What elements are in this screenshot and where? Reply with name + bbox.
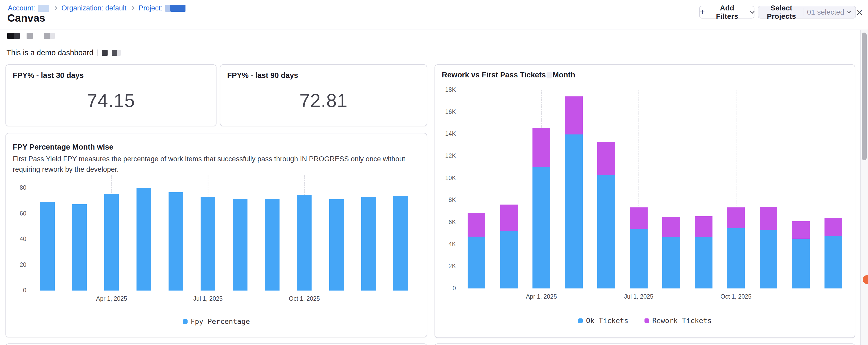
dashboard-note-row: This is a demo dashboard [6, 49, 121, 57]
rework-vs-first-pass-panel: Rework vs First Pass Tickets - Month 02K… [435, 64, 855, 338]
y-axis-tick-label: 0 [8, 287, 26, 294]
breadcrumb-project-link[interactable]: Project: [138, 4, 185, 12]
y-axis-tick-label: 0 [438, 285, 456, 292]
bar-rework-tickets-apr-2025[interactable] [532, 128, 550, 167]
bar-rework-tickets-nov-2025[interactable] [760, 207, 777, 230]
bar-fpy-percentage-nov-2025[interactable] [329, 199, 344, 290]
breadcrumb-project-label: Project: [138, 4, 162, 12]
redacted-block [117, 50, 121, 56]
kpi-title: FPY% - last 90 days [227, 71, 298, 80]
chevron-down-icon [750, 9, 755, 13]
x-axis-tick-label: Apr 1, 2025 [78, 295, 145, 302]
chart-legend: Fpy Percentage [6, 317, 427, 325]
bar-rework-tickets-sep-2025[interactable] [695, 216, 712, 237]
bar-fpy-percentage-mar-2025[interactable] [72, 204, 87, 290]
bar-fpy-percentage-aug-2025[interactable] [233, 199, 247, 290]
vertical-scrollbar-track[interactable] [860, 30, 868, 345]
rework-stacked-bar-chart: 02K4K6K8K10K12K14K16K18KApr 1, 2025Jul 1… [435, 65, 855, 338]
legend-item-ok-tickets[interactable]: Ok Tickets [578, 317, 628, 325]
legend-label: Fpy Percentage [191, 317, 250, 325]
fpy-bar-chart: 020406080Apr 1, 2025Jul 1, 2025Oct 1, 20… [6, 133, 427, 337]
add-filters-button[interactable]: + Add Filters [699, 6, 754, 19]
bar-rework-tickets-dec-2025[interactable] [792, 221, 810, 239]
bar-ok-tickets-may-2025[interactable] [565, 134, 583, 288]
selected-count: 01 selected [807, 8, 844, 17]
bar-ok-tickets-feb-2025[interactable] [468, 237, 485, 288]
next-row-card-stub [5, 343, 427, 345]
y-axis-tick-label: 4K [438, 241, 456, 248]
bar-fpy-percentage-jan-2026[interactable] [393, 196, 408, 290]
kpi-value: 74.15 [6, 90, 216, 111]
bar-ok-tickets-sep-2025[interactable] [695, 237, 712, 288]
bar-fpy-percentage-may-2025[interactable] [136, 188, 151, 290]
bar-rework-tickets-oct-2025[interactable] [727, 208, 745, 228]
redacted-project-name [165, 5, 170, 12]
close-icon[interactable]: ✕ [856, 8, 863, 18]
y-axis-tick-label: 12K [438, 152, 456, 159]
kpi-card-fpy-30-days: FPY% - last 30 days 74.15 [5, 64, 216, 126]
y-axis-tick-label: 20 [8, 261, 26, 269]
legend-label: Rework Tickets [652, 317, 712, 325]
add-filters-label: Add Filters [709, 4, 746, 21]
bar-rework-tickets-feb-2025[interactable] [468, 213, 485, 237]
select-projects-dropdown[interactable]: Select Projects 01 selected [758, 6, 856, 19]
redacted-block [102, 50, 107, 56]
demo-note-text: This is a demo dashboard [6, 49, 94, 57]
y-axis-tick-label: 60 [8, 210, 26, 217]
y-axis-tick-label: 6K [438, 219, 456, 226]
kpi-card-fpy-90-days: FPY% - last 90 days 72.81 [220, 64, 427, 126]
y-axis-tick-label: 80 [8, 184, 26, 191]
bar-ok-tickets-nov-2025[interactable] [760, 230, 777, 288]
bar-fpy-percentage-dec-2025[interactable] [361, 197, 376, 290]
redacted-block [112, 50, 117, 56]
bar-rework-tickets-mar-2025[interactable] [500, 205, 518, 231]
bar-fpy-percentage-feb-2025[interactable] [40, 202, 55, 290]
bar-ok-tickets-dec-2025[interactable] [792, 239, 810, 289]
page-header: Account: Organization: default Project: … [0, 0, 868, 29]
redacted-toolbar-row [7, 33, 55, 39]
bar-ok-tickets-jun-2025[interactable] [597, 176, 615, 288]
bar-rework-tickets-jun-2025[interactable] [597, 142, 615, 176]
legend-swatch [645, 318, 649, 323]
legend-label: Ok Tickets [586, 317, 628, 325]
redacted-account-name [38, 5, 49, 12]
breadcrumb-account-link[interactable]: Account: [8, 4, 49, 12]
legend-swatch [578, 318, 583, 323]
next-row-card-stub [435, 343, 855, 345]
fpy-percentage-panel: FPY Percentage Month wise First Pass Yie… [5, 133, 427, 338]
chevron-down-icon [847, 9, 851, 13]
legend-item-rework-tickets[interactable]: Rework Tickets [645, 317, 712, 325]
x-axis-tick-label: Jul 1, 2025 [174, 295, 242, 302]
redacted-block [14, 33, 20, 39]
bar-fpy-percentage-jun-2025[interactable] [168, 192, 183, 290]
x-axis-tick-label: Oct 1, 2025 [270, 295, 338, 302]
kpi-value: 72.81 [220, 90, 427, 111]
bar-ok-tickets-jan-2026[interactable] [825, 236, 842, 288]
y-axis-tick-label: 18K [438, 86, 456, 93]
bar-fpy-percentage-sep-2025[interactable] [265, 199, 280, 290]
chevron-right-icon [53, 6, 58, 10]
redacted-project-name [170, 5, 185, 12]
breadcrumb-account-label: Account: [8, 4, 35, 12]
divider [97, 50, 98, 56]
bar-fpy-percentage-oct-2025[interactable] [297, 195, 312, 290]
x-axis-tick-label: Oct 1, 2025 [702, 293, 770, 300]
vertical-scrollbar-thumb[interactable] [862, 33, 867, 160]
bar-rework-tickets-jul-2025[interactable] [630, 208, 648, 229]
bar-fpy-percentage-apr-2025[interactable] [104, 194, 119, 290]
bar-ok-tickets-mar-2025[interactable] [500, 231, 518, 288]
bar-rework-tickets-aug-2025[interactable] [662, 217, 680, 237]
bar-ok-tickets-aug-2025[interactable] [662, 237, 680, 288]
y-axis-tick-label: 16K [438, 108, 456, 116]
bar-rework-tickets-may-2025[interactable] [565, 96, 583, 134]
breadcrumb-organization-link[interactable]: Organization: default [61, 4, 126, 12]
bar-ok-tickets-apr-2025[interactable] [532, 167, 550, 288]
bar-ok-tickets-jul-2025[interactable] [630, 229, 648, 288]
bar-fpy-percentage-jul-2025[interactable] [200, 197, 215, 290]
breadcrumb: Account: Organization: default Project: [8, 4, 185, 12]
bar-rework-tickets-jan-2026[interactable] [825, 218, 842, 236]
y-axis-tick-label: 10K [438, 175, 456, 182]
plus-icon: + [700, 7, 705, 16]
legend-item-fpy-percentage[interactable]: Fpy Percentage [183, 317, 250, 325]
bar-ok-tickets-oct-2025[interactable] [727, 228, 745, 288]
